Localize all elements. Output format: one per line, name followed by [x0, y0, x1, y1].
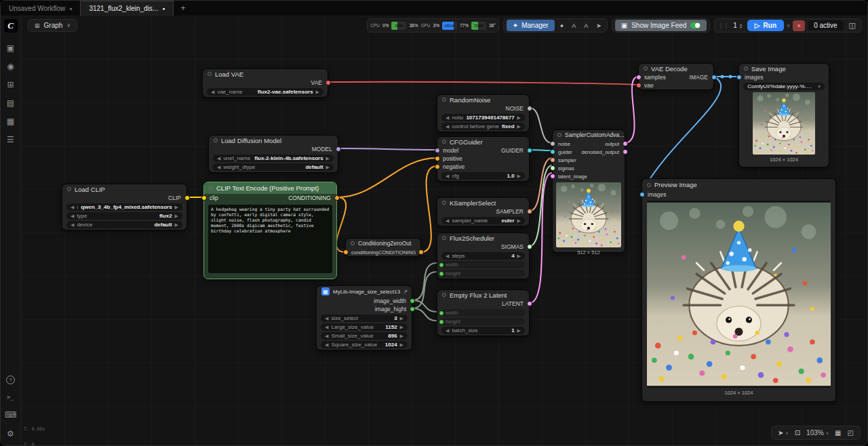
node-load-clip[interactable]: Load CLIP CLIP ◀clip_nameqwen_3_4b_fp4_m… — [62, 184, 187, 230]
minimap-toggle-button[interactable]: ◰ — [848, 429, 854, 437]
tab-unsaved-workflow[interactable]: Unsaved Workflow ● — [1, 1, 80, 16]
slot-height-input[interactable] — [439, 319, 444, 325]
slot-guider-input[interactable] — [550, 149, 555, 155]
slot-sampler-input[interactable] — [550, 157, 555, 163]
badge-a-icon[interactable]: A — [569, 22, 578, 29]
collapse-icon[interactable] — [442, 98, 446, 102]
help-icon[interactable]: ? — [6, 376, 15, 384]
drag-handle-icon[interactable]: ⋮⋮ — [717, 22, 728, 29]
widget-noise-seed[interactable]: ◀noise_seed1071739491478677▶ — [441, 114, 525, 121]
widget-height-input[interactable]: height — [441, 318, 525, 325]
widget-sampler-name[interactable]: ◀sampler_nameeuler▶ — [441, 217, 525, 224]
run-button[interactable]: ▷ Run — [747, 20, 784, 31]
widget-width-input[interactable]: width — [441, 261, 525, 268]
prompt-text-area[interactable]: A hedgehog wearing a tiny party hat surr… — [208, 205, 332, 273]
workflows-icon[interactable]: ▣ — [4, 43, 18, 53]
grid-toggle-button[interactable]: ▦ — [835, 429, 841, 437]
widget-size-select[interactable]: ◀size_select3▶ — [321, 315, 408, 322]
collapse-icon[interactable] — [351, 241, 355, 245]
node-clip-text-encode[interactable]: CLIP Text Encode (Positive Prompt) clipC… — [203, 182, 337, 279]
collapse-icon[interactable] — [209, 186, 213, 190]
fit-view-button[interactable]: ⊡ — [795, 429, 800, 437]
slot-vae-output[interactable] — [326, 80, 331, 85]
slot-image-output[interactable] — [711, 75, 717, 80]
widget-control-before-generate[interactable]: ◀control before generatefixed▶ — [441, 123, 525, 130]
queue-icon[interactable]: ☰ — [4, 135, 18, 144]
collapse-icon[interactable] — [442, 236, 446, 240]
widget-device[interactable]: ◀devicedefault▶ — [66, 221, 182, 228]
slot-samples-input[interactable] — [636, 75, 642, 80]
node-vae-decode[interactable]: VAE Decode samplesIMAGE vae — [638, 63, 714, 90]
collapse-icon[interactable] — [442, 293, 446, 297]
widget-filename-prefix[interactable]: ComfyUI/%date:yyyy-%-%date:M▾ — [743, 83, 825, 90]
node-ksampler-select[interactable]: KSamplerSelect SAMPLER ◀sampler_nameeule… — [437, 197, 530, 226]
share-icon[interactable]: ➤ — [593, 22, 604, 29]
collapse-icon[interactable] — [442, 140, 446, 144]
node-cfg-guider[interactable]: CFGGuider modelGUIDER positive negative … — [437, 136, 530, 182]
widget-width-input[interactable]: width — [441, 309, 525, 317]
widget-small-size[interactable]: ◀Small_size_value896▶ — [321, 332, 408, 340]
external-link-icon[interactable]: ↗ — [403, 289, 408, 295]
slot-sampler-output[interactable] — [527, 209, 532, 214]
manager-button[interactable]: ✦ Manager — [507, 20, 555, 31]
slot-image-hight-output[interactable] — [410, 306, 415, 312]
widget-clip-name[interactable]: ◀clip_nameqwen_3_4b_fp4_mixed.safetensor… — [66, 203, 182, 211]
templates-icon[interactable]: ▦ — [4, 117, 18, 126]
widget-batch-size[interactable]: ◀batch_size1▶ — [441, 327, 525, 334]
slot-clip-input[interactable] — [201, 195, 207, 201]
slot-conditioning-output[interactable] — [418, 249, 424, 255]
widget-unet-name[interactable]: ◀unet_nameflux-2-klein-4b.safetensors▶ — [213, 155, 334, 162]
collapse-icon[interactable] — [214, 138, 218, 142]
comfyui-logo[interactable]: C — [4, 19, 18, 33]
zoom-level-control[interactable]: 103%∨ — [806, 429, 829, 437]
slot-images-input[interactable] — [639, 192, 645, 197]
widget-height-input[interactable]: height — [441, 270, 525, 277]
collapse-icon[interactable] — [744, 66, 748, 70]
run-options-chevron-icon[interactable]: ∨ — [787, 23, 790, 28]
slot-image-width-output[interactable] — [410, 298, 415, 304]
node-library-icon[interactable]: ⊞ — [4, 80, 18, 89]
collapse-icon[interactable] — [67, 187, 71, 191]
slot-model-input[interactable] — [435, 148, 440, 153]
slot-model-output[interactable] — [336, 146, 341, 152]
node-image-size-select[interactable]: ▦MyLib-Image_size_select13 ↗ image_width… — [316, 285, 412, 350]
collapse-icon[interactable] — [557, 133, 561, 137]
collapse-icon[interactable] — [208, 72, 212, 76]
node-preview-image[interactable]: Preview Image images 1024 × 1024 — [642, 178, 836, 402]
collapse-icon[interactable] — [644, 66, 648, 70]
widget-type[interactable]: ◀typeflux2▶ — [66, 212, 182, 220]
model-library-icon[interactable]: ▤ — [4, 98, 18, 108]
node-save-image[interactable]: Save Image images ComfyUI/%date:yyyy-%-%… — [738, 63, 829, 167]
slot-positive-input[interactable] — [435, 156, 440, 161]
node-load-diffusion-model[interactable]: Load Diffusion Model MODEL ◀unet_nameflu… — [208, 135, 338, 173]
widget-square-size[interactable]: ◀Square_size_value1024▶ — [321, 341, 408, 348]
slot-width-input[interactable] — [439, 310, 444, 316]
widget-weight-dtype[interactable]: ◀weight_dtypedefault▶ — [213, 163, 334, 171]
pointer-tool-button[interactable]: ➤∨ — [778, 429, 789, 437]
terminal-icon[interactable]: >_ — [4, 394, 18, 401]
slot-negative-input[interactable] — [435, 164, 440, 169]
node-load-vae[interactable]: Load VAE VAE ◀vae_nameflux2-vae.safetens… — [202, 68, 328, 98]
slot-images-input[interactable] — [736, 75, 742, 80]
image-feed-toggle[interactable] — [690, 22, 701, 28]
stop-button[interactable]: × — [793, 20, 805, 31]
slot-noise-output[interactable] — [527, 106, 532, 111]
badge-b-icon[interactable]: A — [581, 22, 591, 29]
slot-noise-input[interactable] — [550, 141, 555, 146]
slot-conditioning-input[interactable] — [343, 249, 349, 255]
graph-breadcrumb[interactable]: ⊞ Graph ∨ — [28, 19, 77, 32]
preview-image-display[interactable] — [647, 201, 831, 388]
batch-count-stepper[interactable]: 1 ▲▼ — [731, 22, 745, 29]
panel-toggle-icon[interactable]: ◫ — [846, 21, 859, 30]
shortcuts-icon[interactable]: ⌨ — [4, 410, 18, 420]
star-icon[interactable]: ● — [557, 22, 566, 29]
node-conditioning-zero-out[interactable]: ConditioningZeroOut conditioningCONDITIO… — [345, 238, 421, 257]
widget-large-size[interactable]: ◀Large_size_value1152▶ — [321, 323, 408, 331]
slot-conditioning-output[interactable] — [334, 195, 340, 201]
unsaved-dot-icon[interactable]: ● — [162, 6, 165, 11]
settings-gear-icon[interactable]: ⚙ — [4, 429, 18, 439]
widget-vae-name[interactable]: ◀vae_nameflux2-vae.safetensors▶ — [207, 88, 323, 96]
show-image-feed-button[interactable]: ▣ Show Image Feed — [615, 20, 707, 31]
node-empty-flux2-latent[interactable]: Empty Flux 2 Latent LATENT width height … — [437, 289, 530, 336]
slot-sigmas-output[interactable] — [527, 244, 532, 249]
